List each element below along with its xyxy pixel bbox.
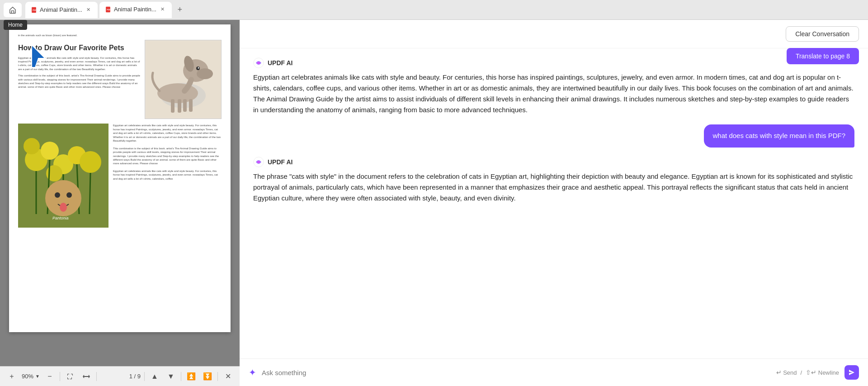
svg-rect-15 <box>183 99 187 112</box>
clear-conversation-button[interactable]: Clear Conversation <box>786 26 859 42</box>
svg-point-33 <box>60 203 67 212</box>
separator: / <box>801 369 802 376</box>
send-icon <box>848 369 855 376</box>
chat-messages: UPDF AI Egyptian art celebrates animals … <box>240 48 868 358</box>
next-page-button[interactable]: ▼ <box>165 370 177 383</box>
pdf-col-text-1: Egyptian art celebrates animals like cat… <box>113 124 222 228</box>
pdf-dog-image <box>145 40 222 119</box>
shift-enter-icon: ⇧↵ <box>806 369 816 376</box>
tab-1-close[interactable]: ✕ <box>85 6 92 14</box>
svg-rect-13 <box>171 99 175 113</box>
sparkle-icon: ✦ <box>249 367 256 378</box>
svg-text:Pantonia: Pantonia <box>52 216 69 220</box>
zoom-in-button[interactable]: + <box>5 370 18 383</box>
updf-ai-icon-2 <box>253 157 264 167</box>
page-display: 1 / 9 <box>129 373 141 380</box>
fit-width-button[interactable] <box>80 370 93 383</box>
pdf-bottom-section: Pantonia Egyptian art celebrates animals… <box>18 124 222 228</box>
pdf-two-col: How to Draw Our Favorite Pets Egyptian a… <box>18 40 222 119</box>
home-tooltip: Home <box>4 20 27 30</box>
svg-point-31 <box>55 192 60 198</box>
zoom-display: 90% ▼ <box>22 373 40 380</box>
svg-rect-14 <box>178 99 181 113</box>
ai-message-text-1: Egyptian art celebrates animals like cat… <box>253 72 854 115</box>
home-icon <box>9 6 17 14</box>
svg-text:PDF: PDF <box>107 9 111 11</box>
dog-sketch <box>146 41 221 118</box>
pdf-col-left: How to Draw Our Favorite Pets Egyptian a… <box>18 40 140 119</box>
svg-point-32 <box>66 192 72 198</box>
fit-page-button[interactable] <box>64 370 76 383</box>
pdf-text-body2: This combination is the subject of this … <box>18 74 140 89</box>
tab-1-label: Animal Paintin... <box>40 6 82 13</box>
ai-message-2: UPDF AI The phrase "cats with style" in … <box>253 157 854 204</box>
new-tab-button[interactable]: + <box>174 4 186 16</box>
svg-rect-16 <box>189 99 193 112</box>
user-bubble: what does cats with style mean in this P… <box>704 124 854 148</box>
chat-header: Clear Conversation <box>240 20 868 48</box>
pdf-heading: How to Draw Our Favorite Pets <box>18 43 140 52</box>
send-button[interactable] <box>844 365 859 380</box>
divider-5 <box>217 372 218 381</box>
chat-input-area: ✦ ↵ Send / ⇧↵ Newline <box>240 358 868 386</box>
svg-point-8 <box>197 68 213 79</box>
chat-input[interactable] <box>262 369 771 376</box>
pdf-icon-tab1: PDF <box>31 7 37 13</box>
pdf-page-inner: in the animals such as bison (bison) are… <box>9 24 231 237</box>
pdf-page: in the animals such as bison (bison) are… <box>9 24 231 332</box>
ai-label-2: UPDF AI <box>253 157 854 167</box>
divider-2 <box>96 372 97 381</box>
pdf-icon-tab2: PDF <box>105 6 111 13</box>
tab-bar: Home PDF Animal Paintin... ✕ PDF Animal … <box>0 0 868 20</box>
pdf-text-body1: Egyptian art celebrates animals like cat… <box>18 56 140 71</box>
pdf-col-right <box>145 40 222 119</box>
tab-1[interactable]: PDF Animal Paintin... ✕ <box>25 2 98 18</box>
zoom-out-button[interactable]: − <box>43 370 56 383</box>
ai-label-text-2: UPDF AI <box>268 158 292 166</box>
fit-width-icon <box>83 373 90 380</box>
send-label: ↵ Send <box>776 369 797 376</box>
svg-point-23 <box>80 151 101 173</box>
zoom-level: 90% <box>22 373 33 380</box>
fit-page-icon <box>66 373 74 380</box>
translate-page-button[interactable]: Translate to page 8 <box>787 48 859 64</box>
zoom-dropdown-arrow[interactable]: ▼ <box>35 374 40 379</box>
chat-panel: Clear Conversation Translate to page 8 U… <box>240 20 868 386</box>
main-layout: in the animals such as bison (bison) are… <box>0 20 868 386</box>
newline-label: ⇧↵ Newline <box>806 369 839 376</box>
ai-label-1: UPDF AI <box>253 57 854 68</box>
pdf-text-intro: in the animals such as bison (bison) are… <box>18 33 222 37</box>
first-page-button[interactable]: ⏫ <box>185 370 198 383</box>
svg-text:PDF: PDF <box>33 9 37 11</box>
input-actions: ↵ Send / ⇧↵ Newline <box>776 369 840 376</box>
enter-icon: ↵ <box>776 369 782 376</box>
ai-message-text-2: The phrase "cats with style" in the docu… <box>253 171 854 204</box>
home-button[interactable] <box>4 3 22 17</box>
svg-point-11 <box>198 67 199 68</box>
pdf-panel: in the animals such as bison (bison) are… <box>0 20 240 386</box>
pdf-content: in the animals such as bison (bison) are… <box>0 20 240 366</box>
divider-3 <box>144 372 145 381</box>
divider-1 <box>60 372 60 381</box>
close-button[interactable]: ✕ <box>222 370 234 383</box>
tab-2[interactable]: PDF Animal Paintin... ✕ <box>99 2 172 18</box>
last-page-button[interactable]: ⏬ <box>201 370 214 383</box>
pdf-toolbar: + 90% ▼ − 1 / 9 ▲ ▼ <box>0 366 240 386</box>
prev-page-button[interactable]: ▲ <box>148 370 161 383</box>
svg-line-29 <box>90 173 90 214</box>
ai-message-1: UPDF AI Egyptian art celebrates animals … <box>253 57 854 115</box>
tab-2-close[interactable]: ✕ <box>159 6 166 13</box>
flower-dog-image: Pantonia <box>18 124 108 228</box>
user-message: what does cats with style mean in this P… <box>253 124 854 148</box>
updf-ai-icon-1 <box>253 57 264 68</box>
ai-label-text-1: UPDF AI <box>268 59 292 67</box>
divider-4 <box>181 372 181 381</box>
pdf-flower-image: Pantonia <box>18 124 108 228</box>
svg-point-19 <box>41 142 59 160</box>
svg-point-20 <box>24 138 40 154</box>
tab-2-label: Animal Paintin... <box>114 6 156 13</box>
